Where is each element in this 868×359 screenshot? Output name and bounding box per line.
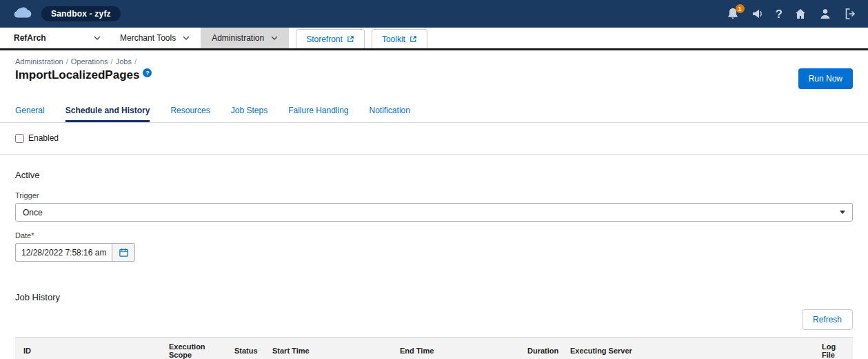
tab-failure-handling[interactable]: Failure Handling xyxy=(288,103,348,122)
divider xyxy=(0,154,868,155)
tab-job-steps[interactable]: Job Steps xyxy=(231,103,268,122)
calendar-picker-button[interactable] xyxy=(112,243,135,262)
menu-merchant-tools[interactable]: Merchant Tools xyxy=(109,28,201,48)
announcements-megaphone-icon[interactable] xyxy=(751,7,765,21)
logout-icon[interactable] xyxy=(843,7,857,21)
chevron-down-icon xyxy=(183,36,190,40)
storefront-link-label: Storefront xyxy=(306,35,343,44)
job-history-table: ID Execution Scope Status Start Time End… xyxy=(15,337,853,359)
col-end-time: End Time xyxy=(394,338,522,359)
external-link-icon xyxy=(410,35,417,43)
col-start-time: Start Time xyxy=(267,338,394,359)
help-icon[interactable]: ? xyxy=(776,8,783,20)
date-label: Date* xyxy=(15,231,853,240)
enabled-row: Enabled xyxy=(15,133,853,143)
job-detail-tabs: General Schedule and History Resources J… xyxy=(0,103,868,123)
run-now-button[interactable]: Run Now xyxy=(798,68,853,89)
home-icon[interactable] xyxy=(794,7,807,21)
col-executing-server: Executing Server xyxy=(565,338,816,359)
external-link-icon xyxy=(347,35,354,43)
breadcrumb-separator: / xyxy=(134,57,137,66)
trigger-select-value: Once xyxy=(23,208,43,217)
menu-administration[interactable]: Administration xyxy=(201,28,289,48)
refresh-button[interactable]: Refresh xyxy=(802,309,853,330)
enabled-checkbox[interactable] xyxy=(15,134,24,143)
toolkit-link-label: Toolkit xyxy=(382,35,405,44)
page-title: ImportLocalizedPages xyxy=(15,68,139,82)
tab-resources[interactable]: Resources xyxy=(170,103,210,122)
enabled-label: Enabled xyxy=(28,133,59,143)
breadcrumb-separator: / xyxy=(66,57,68,66)
menu-administration-label: Administration xyxy=(212,33,264,43)
col-status: Status xyxy=(229,338,267,359)
select-caret-icon xyxy=(840,211,845,214)
breadcrumb: Administration/Operations/Jobs/ xyxy=(0,50,868,66)
schedule-form: Enabled xyxy=(0,133,868,143)
chevron-down-icon xyxy=(271,36,278,40)
site-selector[interactable]: RefArch xyxy=(0,28,109,48)
date-input[interactable] xyxy=(15,243,112,262)
tab-general[interactable]: General xyxy=(15,103,45,122)
breadcrumb-separator: / xyxy=(111,57,113,66)
job-history-title: Job History xyxy=(15,292,853,302)
breadcrumb-jobs[interactable]: Jobs xyxy=(116,57,132,66)
tab-notification[interactable]: Notification xyxy=(370,103,410,122)
trigger-select[interactable]: Once xyxy=(15,203,853,222)
col-log-file: Log File xyxy=(816,338,853,359)
active-section-title: Active xyxy=(15,170,853,180)
storefront-link[interactable]: Storefront xyxy=(296,29,365,48)
notification-count-badge: 1 xyxy=(736,4,745,13)
salesforce-cloud-logo-icon xyxy=(11,6,34,22)
site-selector-label: RefArch xyxy=(14,33,46,43)
chevron-down-icon xyxy=(94,36,101,40)
table-header-row: ID Execution Scope Status Start Time End… xyxy=(15,338,853,359)
breadcrumb-operations[interactable]: Operations xyxy=(71,57,108,66)
date-field-group xyxy=(15,243,853,262)
topbar: Sandbox - zyfz 1 ? xyxy=(0,0,868,28)
menu-merchant-tools-label: Merchant Tools xyxy=(120,33,176,43)
col-duration: Duration xyxy=(522,338,565,359)
col-execution-scope: Execution Scope xyxy=(163,338,229,359)
sandbox-badge: Sandbox - zyfz xyxy=(41,6,121,21)
col-id: ID xyxy=(15,338,163,359)
toolkit-link[interactable]: Toolkit xyxy=(372,29,427,48)
tab-schedule-and-history[interactable]: Schedule and History xyxy=(65,103,150,122)
page-header: ImportLocalizedPages ? Run Now xyxy=(0,66,868,89)
trigger-label: Trigger xyxy=(15,191,853,200)
page-help-icon[interactable]: ? xyxy=(143,68,152,77)
main-menubar: RefArch Merchant Tools Administration St… xyxy=(0,28,868,48)
topbar-icons: 1 ? xyxy=(726,7,857,21)
notifications-bell-icon[interactable]: 1 xyxy=(726,7,740,21)
user-profile-icon[interactable] xyxy=(818,7,832,21)
calendar-icon xyxy=(119,247,129,258)
breadcrumb-administration[interactable]: Administration xyxy=(15,57,63,66)
